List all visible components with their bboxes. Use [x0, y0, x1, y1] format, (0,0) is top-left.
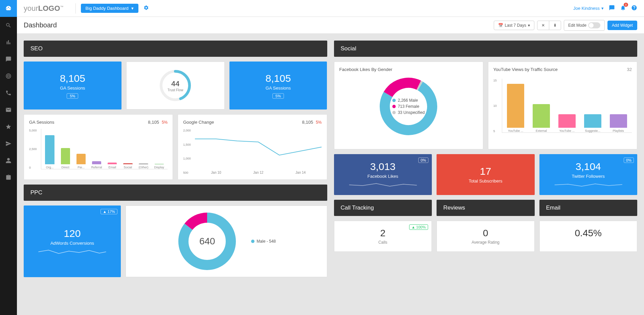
calendar-icon: 📅 — [498, 23, 503, 28]
social-section-header: Social — [334, 41, 638, 57]
target-icon — [5, 73, 12, 79]
sidebar-mail[interactable] — [0, 101, 17, 118]
sidebar — [0, 0, 17, 284]
messages-button[interactable] — [609, 5, 615, 12]
bars-icon — [5, 39, 12, 45]
ga-sessions-chart-card[interactable]: GA Sessions8,1055% 5,0002,5000 Org...Dir… — [24, 114, 173, 180]
email-card[interactable]: 0.45% — [539, 221, 638, 252]
clipboard-icon — [5, 174, 12, 180]
seo-section-header: SEO — [24, 41, 327, 57]
call-tracking-header: Call Tracking — [334, 200, 432, 216]
phone-icon — [5, 90, 12, 96]
edit-mode-toggle[interactable]: Edit Mode — [564, 20, 605, 31]
ppc-donut-card[interactable]: 640 Male - 548 — [126, 205, 327, 277]
close-button[interactable]: ✕ — [537, 21, 549, 30]
toggle-switch — [588, 22, 600, 28]
gauge-icon — [5, 5, 12, 11]
ga-sessions-tile-2[interactable]: 8,105 GA Sessions 5% — [229, 62, 327, 110]
content: SEO 8,105 GA Sessions 5% 44Trust Flow 8,… — [17, 34, 644, 284]
dashboard-selector[interactable]: Big Daddy Dashboard▾ — [81, 4, 138, 13]
close-icon: ✕ — [541, 23, 545, 28]
chevron-down-icon: ▾ — [528, 23, 530, 28]
gear-icon — [143, 5, 149, 10]
chevron-down-icon: ▾ — [131, 6, 134, 11]
chevron-down-icon: ▾ — [601, 6, 604, 11]
add-widget-button[interactable]: Add Widget — [607, 21, 637, 30]
help-icon — [631, 5, 637, 11]
sidebar-user[interactable] — [0, 152, 17, 169]
google-change-card[interactable]: Google Change8,1055% 2,0001,5001,000500 … — [178, 114, 327, 180]
sidebar-search[interactable] — [0, 17, 17, 34]
sidebar-dashboard[interactable] — [0, 0, 17, 17]
subscribers-tile[interactable]: 17 Total Subscribers — [437, 154, 535, 195]
fb-gender-card[interactable]: Facebook Likes By Gender 2,266 Male 713 … — [334, 62, 483, 149]
sparkline-icon — [30, 248, 114, 255]
ga-sessions-tile-1[interactable]: 8,105 GA Sessions 5% — [24, 62, 121, 110]
sidebar-send[interactable] — [0, 135, 17, 152]
mail-icon — [5, 107, 12, 113]
line-chart — [195, 129, 321, 169]
notif-badge: 0 — [624, 3, 628, 7]
date-range-button[interactable]: 📅Last 7 Days▾ — [494, 21, 534, 30]
settings-button[interactable] — [143, 5, 149, 12]
page-title: Dashboard — [24, 21, 57, 29]
topbar: yourLOGO™ Big Daddy Dashboard▾ Joe Kindn… — [17, 0, 644, 17]
calls-card[interactable]: ▲ 100% 2 Calls — [334, 221, 432, 252]
logo: yourLOGO™ — [24, 4, 64, 13]
reviews-header: Reviews — [437, 200, 535, 216]
notifications-button[interactable]: 0 — [620, 5, 626, 12]
chat-bubbles-icon — [609, 5, 615, 11]
rating-card[interactable]: 0 Average Rating — [437, 221, 535, 252]
email-header: Email — [539, 200, 638, 216]
send-icon — [5, 141, 12, 147]
twitter-tile[interactable]: 0% 3,104 Twitter Followers — [539, 154, 638, 195]
ppc-section-header: PPC — [24, 185, 327, 201]
trust-flow-tile[interactable]: 44Trust Flow — [126, 62, 225, 110]
divider — [75, 3, 76, 14]
sidebar-chat[interactable] — [0, 51, 17, 68]
user-menu[interactable]: Joe Kindness▾ — [573, 6, 604, 11]
search-icon — [5, 22, 12, 28]
star-icon — [5, 124, 12, 130]
yt-traffic-card[interactable]: YouTube Views by Traffic Source32 15105 … — [488, 62, 637, 149]
user-icon — [5, 158, 12, 164]
sparkline-icon — [546, 181, 631, 188]
chat-icon — [5, 56, 12, 62]
sidebar-star[interactable] — [0, 118, 17, 135]
sidebar-clipboard[interactable] — [0, 169, 17, 186]
sidebar-target[interactable] — [0, 68, 17, 84]
help-button[interactable] — [631, 5, 637, 12]
fb-likes-tile[interactable]: 0% 3,013 Facebook Likes — [334, 154, 432, 195]
action-group: ✕ ⬇ — [537, 21, 561, 30]
sidebar-analytics[interactable] — [0, 34, 17, 51]
adwords-tile[interactable]: ▲ 17% 120 AdWords Conversions — [24, 205, 121, 277]
page-header: Dashboard 📅Last 7 Days▾ ✕ ⬇ Edit Mode Ad… — [17, 17, 644, 34]
download-button[interactable]: ⬇ — [549, 21, 561, 30]
download-icon: ⬇ — [553, 23, 557, 28]
sparkline-icon — [341, 181, 425, 188]
sidebar-phone[interactable] — [0, 84, 17, 101]
